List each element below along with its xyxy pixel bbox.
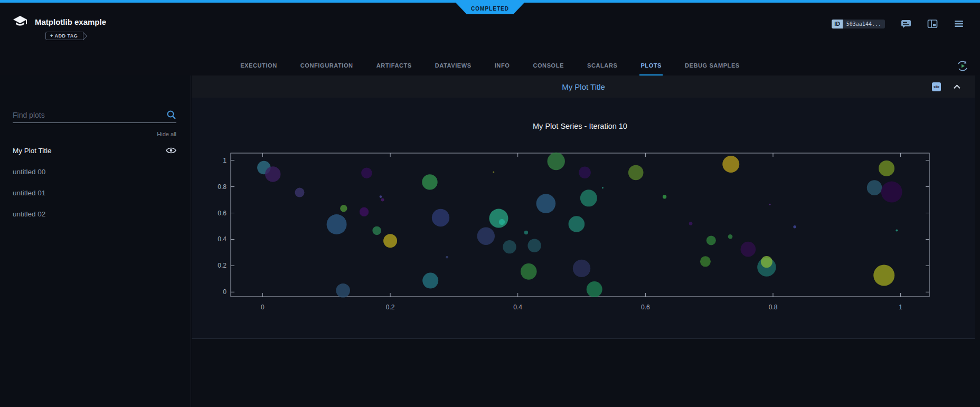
tab-dataviews[interactable]: DATAVIEWS — [434, 56, 473, 75]
tab-debug-samples[interactable]: DEBUG SAMPLES — [684, 56, 741, 75]
svg-text:0.2: 0.2 — [386, 304, 395, 311]
chart-title: My Plot Series - Iteration 10 — [231, 122, 929, 130]
add-tag-button[interactable]: + ADD TAG — [45, 32, 83, 40]
plots-sidebar: Hide all My Plot Titleuntitled 00untitle… — [0, 75, 191, 407]
eye-icon[interactable] — [166, 147, 176, 154]
top-accent-strip — [0, 0, 980, 3]
id-value: 503aa144... — [843, 20, 885, 29]
id-label: ID — [832, 20, 843, 29]
tab-scalars[interactable]: SCALARS — [586, 56, 618, 75]
plot-list: My Plot Titleuntitled 00untitled 01untit… — [0, 140, 191, 224]
tab-execution[interactable]: EXECUTION — [239, 56, 278, 75]
view-code-icon[interactable]: </> — [932, 82, 941, 91]
svg-text:0.4: 0.4 — [218, 235, 227, 243]
plot-list-item[interactable]: untitled 02 — [0, 203, 191, 224]
plot-list-item[interactable]: My Plot Title — [0, 140, 191, 161]
svg-text:0.8: 0.8 — [218, 183, 227, 191]
plot-section: My Plot Series - Iteration 10 00.20.40.6… — [192, 98, 975, 339]
plots-main-area: My Plot Title </> My Plot Series - Itera… — [192, 75, 980, 407]
comment-icon[interactable] — [901, 19, 911, 29]
tab-configuration[interactable]: CONFIGURATION — [299, 56, 354, 75]
svg-text:0.8: 0.8 — [769, 304, 778, 311]
svg-text:0.2: 0.2 — [218, 262, 227, 269]
clearml-logo-icon[interactable] — [12, 14, 29, 30]
svg-text:0.4: 0.4 — [513, 304, 522, 311]
panel-icon[interactable] — [927, 19, 938, 29]
svg-text:1: 1 — [899, 304, 902, 311]
tab-console[interactable]: CONSOLE — [532, 56, 565, 75]
experiment-title: Matplotlib example — [35, 17, 106, 26]
plot-item-label: My Plot Title — [13, 147, 52, 155]
search-row — [13, 107, 176, 123]
tab-artifacts[interactable]: ARTIFACTS — [375, 56, 413, 75]
search-icon[interactable] — [166, 110, 176, 120]
hide-all-link[interactable]: Hide all — [157, 131, 176, 137]
plot-card-header: My Plot Title </> — [192, 75, 975, 98]
plot-item-label: untitled 01 — [13, 189, 45, 197]
svg-text:1: 1 — [223, 157, 227, 164]
svg-text:0.6: 0.6 — [218, 210, 227, 217]
top-bar: COMPLETED Matplotlib example + ADD TAG I… — [0, 0, 980, 75]
plot-list-item[interactable]: untitled 00 — [0, 161, 191, 182]
collapse-chevron-icon[interactable] — [954, 84, 960, 91]
tab-info[interactable]: INFO — [494, 56, 511, 75]
status-badge: COMPLETED — [456, 3, 524, 14]
plot-item-label: untitled 02 — [13, 210, 45, 218]
auto-refresh-icon[interactable] — [956, 59, 969, 73]
search-input[interactable] — [13, 111, 166, 119]
svg-text:0: 0 — [261, 304, 265, 311]
plot-card-title: My Plot Title — [192, 82, 975, 91]
scatter-plot-canvas[interactable]: 00.20.40.60.8100.20.40.60.81 — [192, 98, 975, 339]
menu-icon[interactable] — [954, 19, 964, 29]
tab-plots[interactable]: PLOTS — [639, 56, 663, 75]
svg-text:0.6: 0.6 — [641, 304, 650, 311]
plot-list-item[interactable]: untitled 01 — [0, 182, 191, 203]
svg-text:0: 0 — [223, 288, 227, 296]
tab-bar: EXECUTIONCONFIGURATIONARTIFACTSDATAVIEWS… — [0, 56, 980, 75]
plot-item-label: untitled 00 — [13, 168, 45, 176]
experiment-id-badge[interactable]: ID 503aa144... — [832, 20, 885, 29]
